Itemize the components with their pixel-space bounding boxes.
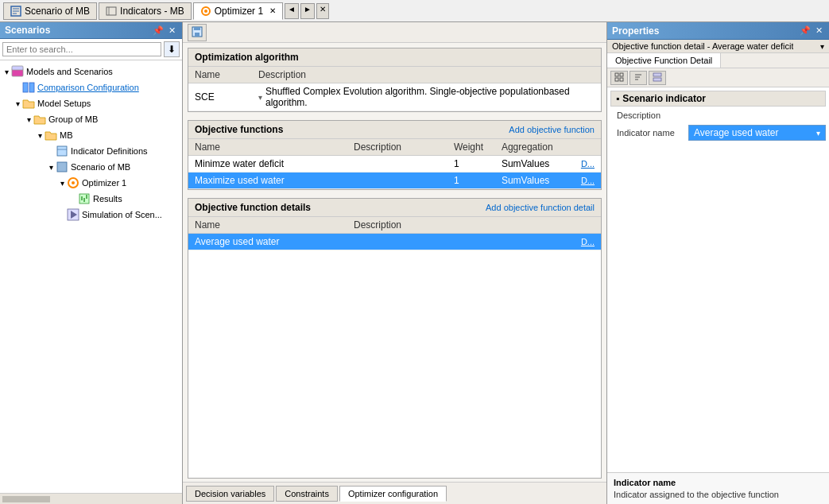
- properties-pin-btn[interactable]: 📌: [798, 25, 812, 36]
- right-toolbar: [607, 68, 829, 87]
- properties-sort-btn[interactable]: [629, 71, 647, 85]
- indicator-dropdown-arrow[interactable]: ▾: [816, 129, 820, 138]
- properties-categorize-btn[interactable]: [649, 71, 666, 85]
- tree-label-optimizer1-tree: Optimizer 1: [82, 178, 126, 188]
- tree-item-scenario-mb-tree[interactable]: ▾ Scenario of MB: [0, 159, 182, 175]
- svg-rect-9: [12, 66, 23, 70]
- sort-icon: [633, 72, 643, 82]
- tab-nav-right[interactable]: ►: [300, 3, 315, 19]
- tree-toggle-optimizer1[interactable]: ▾: [57, 179, 67, 188]
- properties-header: Properties 📌 ✕: [607, 22, 829, 40]
- tree-item-simulation[interactable]: Simulation of Scen...: [0, 207, 182, 223]
- obj-details-title: Objective function details: [195, 202, 311, 213]
- prop-description-label: Description: [617, 110, 688, 120]
- objf-row1-link[interactable]: D...: [575, 173, 601, 189]
- opt-col-desc: Description: [252, 67, 601, 83]
- tree-toggle-models[interactable]: ▾: [2, 68, 11, 76]
- table-row[interactable]: SCE ▾ Shuffled Complex Evolution algorit…: [188, 83, 601, 111]
- search-down-btn[interactable]: ⬇: [164, 41, 180, 57]
- objf-row1-desc: [347, 173, 447, 189]
- panel-close-btn[interactable]: ✕: [167, 25, 177, 36]
- tree-label-mb: MB: [60, 130, 73, 140]
- add-objective-function-link[interactable]: Add objective function: [509, 125, 595, 134]
- scenario-icon: [10, 6, 21, 17]
- properties-footer: Indicator name Indicator assigned to the…: [607, 472, 829, 504]
- properties-subtitle-text: Objective function detail - Average wate…: [612, 41, 793, 51]
- objd-row0-name: Average used water: [188, 234, 347, 250]
- indicator-name-text: Average used water: [694, 127, 779, 138]
- tab-optimizer1[interactable]: Optimizer 1 ✕: [193, 2, 283, 20]
- indicator-name-dropdown[interactable]: Average used water ▾: [688, 125, 826, 141]
- svg-rect-26: [615, 73, 618, 76]
- tree-label-indicator-defs: Indicator Definitions: [71, 146, 148, 156]
- objd-row0-link[interactable]: D...: [575, 234, 601, 250]
- objf-row0-desc: [347, 156, 447, 173]
- panel-pin-btn[interactable]: 📌: [151, 25, 165, 36]
- folder-group-mb-icon: [33, 113, 46, 126]
- add-objective-function-detail-link[interactable]: Add objective function detail: [486, 203, 595, 212]
- opt-row-name: SCE: [188, 83, 252, 111]
- tab-optimizer-config[interactable]: Optimizer configuration: [339, 486, 447, 502]
- tab-indicators-mb[interactable]: Indicators - MB: [99, 2, 192, 20]
- optimization-content: Name Description SCE ▾ Shuffled Complex …: [188, 67, 601, 111]
- objf-row0-aggregation: SumValues: [495, 156, 575, 173]
- section-collapse-icon[interactable]: ▪: [616, 93, 619, 104]
- right-tab-obj-function-detail[interactable]: Objective Function Detail: [607, 53, 721, 68]
- tree-toggle-scenario-mb[interactable]: ▾: [46, 163, 56, 172]
- obj-functions-title: Objective functions: [195, 124, 283, 135]
- tree-toggle-mb[interactable]: ▾: [35, 131, 45, 140]
- obj-functions-content: Name Description Weight Aggregation Mini…: [188, 139, 601, 189]
- svg-rect-10: [23, 83, 28, 92]
- tree-label-comparison: Comparison Configuration: [37, 83, 139, 92]
- objd-col-desc: Description: [347, 217, 575, 234]
- tree-toggle-model-setups[interactable]: ▾: [13, 99, 22, 108]
- tab-decision-variables[interactable]: Decision variables: [186, 486, 274, 502]
- tab-nav-left[interactable]: ◄: [285, 3, 299, 19]
- optimizer-tree-icon: [67, 176, 79, 189]
- table-row[interactable]: Average used water D...: [188, 234, 601, 250]
- obj-functions-table: Name Description Weight Aggregation Mini…: [188, 139, 601, 189]
- tree-item-group-mb[interactable]: ▾ Group of MB: [0, 111, 182, 127]
- properties-close-btn[interactable]: ✕: [814, 25, 824, 36]
- tab-indicators-label: Indicators - MB: [120, 6, 184, 17]
- table-row[interactable]: Maximize used water 1 SumValues D...: [188, 173, 601, 189]
- obj-details-header: Objective function details Add objective…: [188, 199, 601, 217]
- svg-rect-4: [107, 7, 116, 15]
- objective-function-details-section: Objective function details Add objective…: [188, 198, 602, 479]
- objf-col-aggregation: Aggregation: [495, 139, 575, 156]
- opt-row-desc: ▾ Shuffled Complex Evolution algorithm. …: [252, 83, 601, 111]
- tree-label-simulation: Simulation of Scen...: [82, 210, 162, 219]
- tab-close-btn[interactable]: ✕: [269, 6, 276, 15]
- tree-item-model-setups[interactable]: ▾ Model Setups: [0, 95, 182, 111]
- left-panel-scrollbar[interactable]: [0, 493, 182, 504]
- save-btn[interactable]: [188, 24, 207, 41]
- objf-row1-weight: 1: [447, 173, 495, 189]
- prop-indicator-name-label: Indicator name: [617, 128, 688, 138]
- properties-dropdown-btn[interactable]: ▾: [820, 42, 824, 51]
- tree-item-optimizer1-tree[interactable]: ▾ Optimizer 1: [0, 175, 182, 191]
- tree-item-mb[interactable]: ▾ MB: [0, 127, 182, 143]
- grid-icon: [614, 72, 624, 82]
- tree-item-indicator-defs[interactable]: Indicator Definitions: [0, 143, 182, 159]
- tree-toggle-group-mb[interactable]: ▾: [24, 115, 33, 124]
- tab-optimizer-label: Optimizer 1: [215, 6, 263, 17]
- tab-nav-close[interactable]: ✕: [316, 3, 329, 19]
- search-input[interactable]: [2, 42, 161, 56]
- indicators-icon: [106, 6, 117, 17]
- properties-grid-btn[interactable]: [610, 71, 628, 85]
- opt-row-desc-text: Shuffled Complex Evolution algorithm. Si…: [265, 86, 595, 108]
- objf-col-weight: Weight: [447, 139, 495, 156]
- left-panel: Scenarios 📌 ✕ ⬇ ▾ Models and Scenarios C…: [0, 22, 183, 504]
- opt-col-name: Name: [188, 67, 252, 83]
- svg-rect-12: [57, 146, 67, 156]
- tree-item-results[interactable]: Results: [0, 191, 182, 207]
- table-row[interactable]: Minimze water deficit 1 SumValues D...: [188, 156, 601, 173]
- results-icon: [78, 192, 91, 205]
- objf-row0-link[interactable]: D...: [575, 156, 601, 173]
- tab-scenario-mb[interactable]: Scenario of MB: [3, 2, 97, 20]
- tree-item-comparison[interactable]: Comparison Configuration: [0, 79, 182, 95]
- prop-indicator-name-value[interactable]: Average used water ▾: [688, 125, 826, 141]
- optimization-section: Optimization algorithm Name Description …: [188, 48, 602, 112]
- tab-constraints[interactable]: Constraints: [276, 486, 338, 502]
- tree-item-models-root[interactable]: ▾ Models and Scenarios: [0, 64, 182, 79]
